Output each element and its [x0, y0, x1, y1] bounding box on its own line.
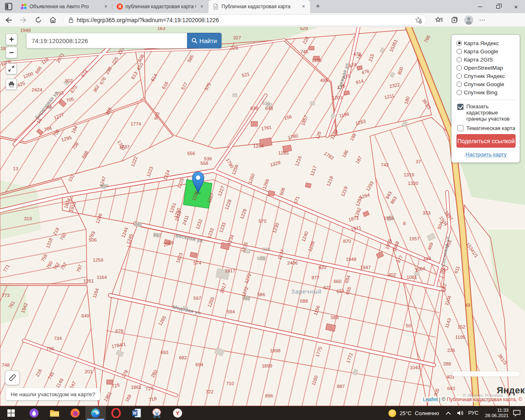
taskbar-opera[interactable]	[106, 406, 126, 420]
close-icon[interactable]: ×	[199, 3, 205, 10]
volume-icon[interactable]	[457, 410, 464, 416]
leaflet-link[interactable]: Leaflet	[423, 397, 438, 402]
taskbar-edge-active[interactable]	[85, 406, 106, 420]
tray-expand-chevron[interactable]	[445, 411, 451, 415]
share-link-button[interactable]: Поделиться ссылкой	[457, 134, 516, 148]
parcel-label: 319	[24, 216, 32, 221]
parcel-label: 734	[54, 336, 62, 341]
kadnum-search: 74:19:1202008:1226 Найти	[26, 33, 221, 48]
configure-map-link[interactable]: Настроить карту	[457, 151, 516, 158]
layer-option[interactable]: Спутник Google	[457, 80, 516, 88]
parcel-label: 1917	[225, 268, 235, 273]
not-found-prompt[interactable]: Не нашли участок/дом на карте?	[6, 388, 100, 400]
layer-options: Карта ЯндексКарта GoogleКарта 2GISOpenSt…	[457, 39, 516, 96]
edge-icon	[91, 408, 100, 418]
parcel-label: 842	[135, 222, 142, 227]
home-button[interactable]	[47, 14, 59, 26]
parcel-label: 201	[84, 369, 92, 374]
parcel-label: 1956	[383, 216, 394, 221]
taskbar: W Y 25°C Солнечно	[0, 406, 525, 420]
fullscreen-button[interactable]	[6, 63, 17, 74]
taskbar-screenshot-tool[interactable]	[147, 406, 167, 420]
language-indicator[interactable]: РУС	[468, 410, 478, 416]
tab-actions-icon[interactable]	[5, 3, 12, 10]
parcel-label: 693	[160, 350, 168, 355]
parcel-label: 597	[193, 296, 201, 301]
parcel-label: 1043	[410, 365, 420, 370]
favorites-icon[interactable]	[433, 14, 445, 26]
taskbar-explorer[interactable]	[44, 406, 65, 420]
parcel-label: 1261	[83, 278, 94, 283]
tab-cadastral-map[interactable]: Публичная кадастровая карта ×	[208, 0, 310, 13]
weather-temp[interactable]: 25°C	[399, 410, 411, 416]
layer-option[interactable]: Спутник Яндекс	[457, 72, 516, 80]
weather-desc[interactable]: Солнечно	[415, 410, 439, 416]
weather-sun-icon[interactable]	[388, 409, 396, 417]
radio-icon	[457, 57, 462, 62]
map-canvas[interactable]: 1949180220711106661206120024252424302703…	[0, 27, 525, 406]
parcel-label: 333	[422, 210, 430, 215]
parcel-label: 574	[193, 260, 201, 265]
restore-button[interactable]	[489, 0, 507, 13]
parcel-label: 586	[257, 292, 265, 297]
taskbar-alice[interactable]	[24, 406, 44, 420]
layer-option-label: Карта Google	[464, 48, 498, 55]
taskbar-yandex-browser[interactable]: Y	[167, 406, 188, 420]
browser-menu-button[interactable]: ⋯	[479, 16, 486, 24]
windows-icon	[7, 409, 15, 417]
collections-icon[interactable]	[448, 14, 460, 26]
back-button[interactable]	[2, 14, 15, 26]
parcel-label: 839	[100, 183, 108, 188]
notification-center-icon[interactable]	[513, 409, 521, 417]
svg-text:W: W	[133, 411, 137, 415]
parcel-label: 830	[262, 247, 270, 252]
clock-time: 11:33	[485, 408, 509, 413]
document-icon	[212, 3, 219, 10]
forward-button[interactable]	[17, 14, 30, 26]
layer-option[interactable]: Спутник Bing	[457, 88, 516, 96]
kadnum-input[interactable]: 74:19:1202008:1226	[26, 33, 187, 48]
new-tab-button[interactable]: +	[313, 1, 323, 11]
taskbar-firefox[interactable]	[65, 406, 85, 420]
layer-option[interactable]: OpenStreetMap	[457, 64, 516, 72]
checkbox-thematic-map[interactable]: Тематическая карта	[457, 125, 516, 131]
pkk-link[interactable]: Публичная кадастровая карта, ©	[447, 397, 522, 402]
parcel-label: 402	[388, 272, 396, 277]
close-window-button[interactable]: ×	[507, 0, 525, 13]
close-icon[interactable]: ×	[103, 3, 109, 10]
zoom-out-button[interactable]: −	[6, 47, 17, 58]
parcel-label: 1164	[97, 275, 107, 280]
word-icon: W	[132, 408, 142, 418]
parcel-label: 773	[2, 293, 9, 298]
clock[interactable]: 11:33 28.06.2021	[485, 408, 509, 418]
layer-option-label: OpenStreetMap	[464, 65, 503, 71]
checkbox-unchecked-icon	[457, 125, 463, 131]
measure-button[interactable]	[5, 370, 20, 385]
measure-icon	[8, 374, 16, 382]
parcel-label: 649	[81, 313, 89, 318]
start-button[interactable]	[1, 406, 21, 420]
parcel-label: 1259	[93, 258, 103, 262]
checkbox-cadastral-borders[interactable]: Показать кадастровые границы участков	[457, 103, 516, 122]
taskbar-word[interactable]: W	[126, 406, 147, 420]
layer-option[interactable]: Карта 2GIS	[457, 55, 516, 64]
layer-option-label: Спутник Google	[464, 81, 504, 87]
tab-yandex-search[interactable]: Я публичная кадастровая карта ч ×	[112, 0, 208, 13]
close-icon[interactable]: ×	[300, 3, 307, 10]
minimize-button[interactable]	[471, 0, 489, 13]
avito-icon	[21, 3, 27, 10]
parcel-label: 627	[323, 285, 331, 290]
tab-avito[interactable]: Объявления на Авито Pro ×	[16, 0, 112, 13]
url-text: https://egrp365.org/map/?kadnum=74:19:12…	[77, 17, 415, 23]
layer-option[interactable]: Карта Google	[457, 47, 516, 55]
layer-option[interactable]: Карта Яндекс	[457, 39, 516, 47]
zoom-in-button[interactable]: +	[6, 34, 17, 45]
print-button[interactable]	[6, 79, 17, 90]
add-favorite-icon[interactable]	[415, 16, 422, 24]
refresh-button[interactable]	[32, 14, 44, 26]
profile-avatar[interactable]	[463, 14, 475, 26]
search-button[interactable]: Найти	[187, 33, 221, 48]
map-area: 1949180220711106661206120024252424302703…	[0, 27, 525, 406]
address-bar[interactable]: https://egrp365.org/map/?kadnum=74:19:12…	[63, 14, 427, 26]
parcel-label: 327	[233, 35, 241, 40]
